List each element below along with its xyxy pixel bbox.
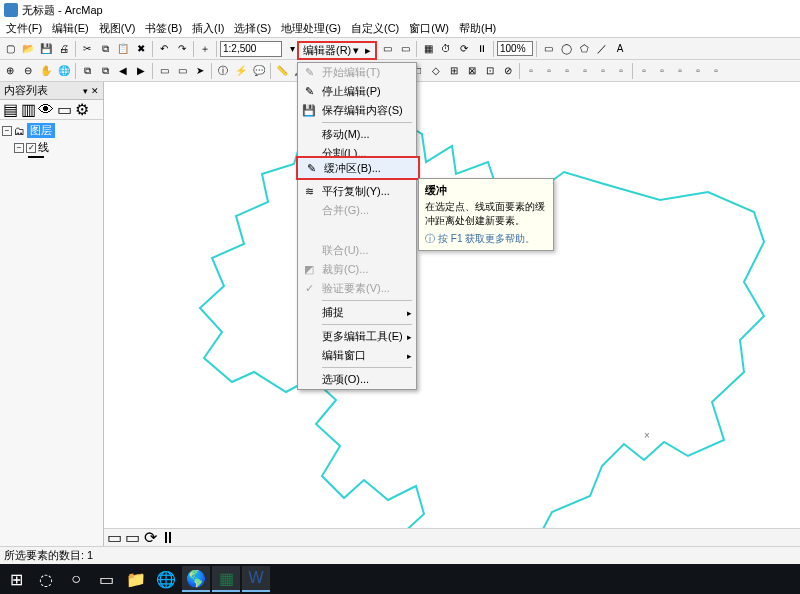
add-data-icon[interactable]: ＋ [197,41,213,57]
menu-stop-editing[interactable]: ✎停止编辑(P) [298,82,416,101]
snap-intersection-icon[interactable]: ⊠ [464,63,480,79]
topology-e-icon[interactable]: ▫ [595,63,611,79]
select-elements-icon[interactable]: ➤ [192,63,208,79]
python-icon[interactable]: ▭ [379,41,395,57]
menu-clip[interactable]: ◩裁剪(C)... [298,260,416,279]
zoom-percent[interactable] [497,41,533,56]
task-browser-icon[interactable]: 🌐 [152,566,180,592]
cut-icon[interactable]: ✂ [79,41,95,57]
georef-a-icon[interactable]: ▫ [636,63,652,79]
menu-snapping[interactable]: 捕捉▸ [298,303,416,322]
scale-input[interactable] [220,41,282,57]
menu-union[interactable]: 联合(U)... [298,241,416,260]
pause-draw-icon[interactable]: ⏸ [160,530,176,546]
paste-icon[interactable]: 📋 [115,41,131,57]
zoom-in-icon[interactable]: ⊕ [2,63,18,79]
toc-layer[interactable]: − ✓ 线 [2,139,101,156]
fixed-zoom-out-icon[interactable]: ⧉ [97,63,113,79]
edit-tool-arrow-icon[interactable]: ▸ [365,44,371,57]
topology-f-icon[interactable]: ▫ [613,63,629,79]
hyperlink-icon[interactable]: ⚡ [233,63,249,79]
task-excel-icon[interactable]: ▦ [212,566,240,592]
layout-view-icon[interactable]: ▭ [124,530,140,546]
menu-move[interactable]: 移动(M)... [298,125,416,144]
collapse-icon[interactable]: − [2,126,12,136]
task-view-icon[interactable]: ▭ [92,566,120,592]
topology-a-icon[interactable]: ▫ [523,63,539,79]
start-icon[interactable]: ⊞ [2,566,30,592]
menu-bookmarks[interactable]: 书签(B) [141,20,186,37]
toc-list-by-visibility-icon[interactable]: 👁 [38,102,54,118]
toc-close-icon[interactable]: ▾ ✕ [83,86,99,96]
topology-b-icon[interactable]: ▫ [541,63,557,79]
draw-circle-icon[interactable]: ◯ [558,41,574,57]
measure-icon[interactable]: 📏 [274,63,290,79]
snap-vertex-icon[interactable]: ◇ [428,63,444,79]
draw-text-icon[interactable]: A [612,41,628,57]
snap-midpoint-icon[interactable]: ⊡ [482,63,498,79]
modelbuilder-icon[interactable]: ▭ [397,41,413,57]
refresh-icon[interactable]: ⟳ [456,41,472,57]
georef-d-icon[interactable]: ▫ [690,63,706,79]
menu-file[interactable]: 文件(F) [2,20,46,37]
toc-options-icon[interactable]: ⚙ [74,102,90,118]
save-icon[interactable]: 💾 [38,41,54,57]
menu-validate[interactable]: ✓验证要素(V)... [298,279,416,298]
georef-c-icon[interactable]: ▫ [672,63,688,79]
menu-window[interactable]: 窗口(W) [405,20,453,37]
map-view[interactable]: × ▭ ▭ ⟳ ⏸ [104,82,800,546]
select-features-icon[interactable]: ▭ [156,63,172,79]
pause-icon[interactable]: ⏸ [474,41,490,57]
clear-selection-icon[interactable]: ▭ [174,63,190,79]
identify-icon[interactable]: ⓘ [215,63,231,79]
menu-more-tools[interactable]: 更多编辑工具(E)▸ [298,327,416,346]
menu-customize[interactable]: 自定义(C) [347,20,403,37]
time-icon[interactable]: ⏱ [438,41,454,57]
fixed-zoom-in-icon[interactable]: ⧉ [79,63,95,79]
menu-copy-parallel[interactable]: ≋平行复制(Y)... [298,182,416,201]
toc-symbol-swatch[interactable] [28,156,44,158]
new-icon[interactable]: ▢ [2,41,18,57]
undo-icon[interactable]: ↶ [156,41,172,57]
print-icon[interactable]: 🖨 [56,41,72,57]
menu-help[interactable]: 帮助(H) [455,20,500,37]
data-view-icon[interactable]: ▭ [106,530,122,546]
collapse-icon[interactable]: − [14,143,24,153]
snap-tangent-icon[interactable]: ⊘ [500,63,516,79]
menu-save-edits[interactable]: 💾保存编辑内容(S) [298,101,416,120]
georef-e-icon[interactable]: ▫ [708,63,724,79]
back-extent-icon[interactable]: ◀ [115,63,131,79]
toc-list-by-drawing-icon[interactable]: ▤ [2,102,18,118]
snap-edge-icon[interactable]: ⊞ [446,63,462,79]
topology-c-icon[interactable]: ▫ [559,63,575,79]
task-search-icon[interactable]: ◌ [32,566,60,592]
pan-icon[interactable]: ✋ [38,63,54,79]
draw-rect-icon[interactable]: ▭ [540,41,556,57]
redo-icon[interactable]: ↷ [174,41,190,57]
menu-options[interactable]: 选项(O)... [298,370,416,389]
checkbox-icon[interactable]: ✓ [26,143,36,153]
menu-start-editing[interactable]: ✎开始编辑(T) [298,63,416,82]
copy-icon[interactable]: ⧉ [97,41,113,57]
delete-icon[interactable]: ✖ [133,41,149,57]
menu-buffer[interactable]: ✎ 缓冲区(B)... [296,156,420,180]
menu-edit-windows[interactable]: 编辑窗口▸ [298,346,416,365]
editor-dropdown-button[interactable]: 编辑器(R) ▾ ▸ [297,41,377,60]
task-folder-icon[interactable]: 📁 [122,566,150,592]
topology-d-icon[interactable]: ▫ [577,63,593,79]
html-popup-icon[interactable]: 💬 [251,63,267,79]
menu-selection[interactable]: 选择(S) [230,20,275,37]
draw-poly-icon[interactable]: ⬠ [576,41,592,57]
refresh-view-icon[interactable]: ⟳ [142,530,158,546]
toc-list-by-source-icon[interactable]: ▥ [20,102,36,118]
open-icon[interactable]: 📂 [20,41,36,57]
task-arcmap-icon[interactable]: 🌎 [182,566,210,592]
georef-b-icon[interactable]: ▫ [654,63,670,79]
menu-merge[interactable]: 合并(G)... [298,201,416,220]
task-cortana-icon[interactable]: ○ [62,566,90,592]
full-extent-icon[interactable]: 🌐 [56,63,72,79]
toc-list-by-selection-icon[interactable]: ▭ [56,102,72,118]
menu-insert[interactable]: 插入(I) [188,20,228,37]
menu-edit[interactable]: 编辑(E) [48,20,93,37]
draw-line-icon[interactable]: ／ [594,41,610,57]
